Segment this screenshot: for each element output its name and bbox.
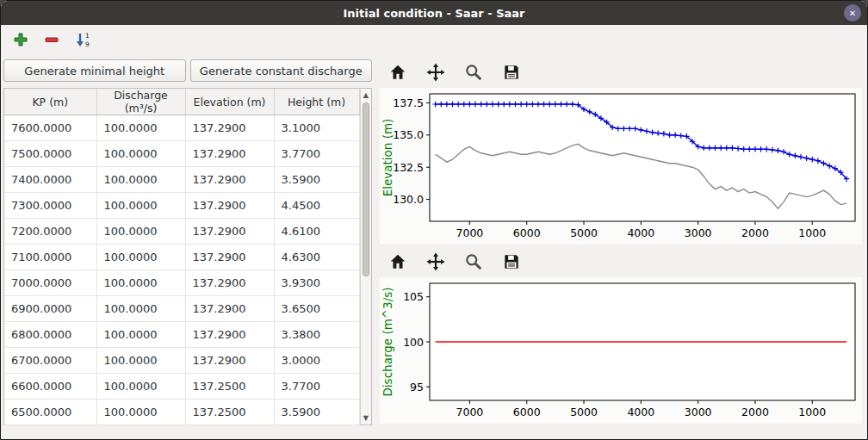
- home-button[interactable]: [385, 250, 411, 274]
- generate-constant-discharge-button[interactable]: Generate constant discharge: [190, 59, 373, 82]
- table-cell[interactable]: 6700.0000: [4, 348, 96, 374]
- table-cell[interactable]: 100.0000: [96, 141, 185, 167]
- svg-text:137.5: 137.5: [393, 96, 424, 109]
- table-cell[interactable]: 3.9300: [274, 270, 359, 296]
- save-button[interactable]: [499, 250, 524, 274]
- column-header[interactable]: Elevation (m): [185, 89, 274, 115]
- add-row-icon: [12, 31, 29, 48]
- scrollbar-track[interactable]: [361, 102, 372, 412]
- home-button[interactable]: [385, 60, 411, 84]
- table-cell[interactable]: 137.2900: [185, 193, 274, 219]
- table-cell[interactable]: 100.0000: [96, 193, 185, 219]
- svg-text:1000: 1000: [798, 406, 826, 418]
- generate-buttons-row: Generate minimal height Generate constan…: [3, 59, 372, 82]
- table-cell[interactable]: 137.2900: [185, 296, 274, 322]
- table-cell[interactable]: 7200.0000: [4, 219, 96, 245]
- table-cell[interactable]: 137.2900: [185, 348, 274, 374]
- svg-text:5000: 5000: [570, 406, 598, 418]
- svg-text:4000: 4000: [627, 226, 654, 239]
- table-row: 7200.0000100.0000137.29004.6100: [4, 219, 359, 245]
- table-cell[interactable]: 100.0000: [96, 322, 185, 348]
- column-header[interactable]: Height (m): [274, 89, 359, 115]
- close-button[interactable]: ✕: [844, 4, 861, 22]
- table-scrollbar[interactable]: ▲ ▼: [360, 89, 372, 425]
- column-header[interactable]: KP (m): [4, 89, 96, 115]
- table-cell[interactable]: 137.2500: [185, 374, 274, 400]
- home-icon: [388, 63, 407, 82]
- table-cell[interactable]: 100.0000: [96, 400, 185, 425]
- table-cell[interactable]: 100.0000: [96, 219, 185, 245]
- svg-text:132.5: 132.5: [393, 161, 424, 174]
- svg-text:Discharge (m^3/s): Discharge (m^3/s): [381, 287, 394, 396]
- add-row-button[interactable]: [9, 28, 33, 51]
- table-cell[interactable]: 100.0000: [96, 167, 185, 193]
- svg-text:4000: 4000: [627, 406, 654, 418]
- remove-row-button[interactable]: [40, 28, 64, 51]
- table-cell[interactable]: 7400.0000: [4, 167, 96, 193]
- pan-button[interactable]: [423, 60, 449, 84]
- titlebar[interactable]: Initial condition - Saar - Saar ✕: [1, 1, 867, 25]
- zoom-button[interactable]: [461, 250, 487, 274]
- table-cell[interactable]: 7000.0000: [4, 270, 96, 296]
- table-cell[interactable]: 137.2900: [185, 141, 274, 167]
- table-cell[interactable]: 137.2900: [185, 245, 274, 270]
- svg-text:2000: 2000: [741, 226, 769, 239]
- table-cell[interactable]: 7500.0000: [4, 141, 96, 167]
- table-cell[interactable]: 100.0000: [96, 374, 185, 400]
- table-cell[interactable]: 3.0000: [274, 348, 359, 374]
- table-cell[interactable]: 7100.0000: [4, 245, 96, 270]
- table-cell[interactable]: 7300.0000: [4, 193, 96, 219]
- column-header[interactable]: Discharge (m³/s): [96, 89, 185, 115]
- svg-text:3000: 3000: [685, 406, 712, 418]
- table-cell[interactable]: 6500.0000: [4, 400, 96, 425]
- discharge-plot[interactable]: 700060005000400030002000100010510095Disc…: [380, 277, 862, 424]
- table-cell[interactable]: 3.1000: [274, 115, 359, 141]
- table-row: 6600.0000100.0000137.25003.7700: [4, 374, 359, 400]
- table-cell[interactable]: 137.2900: [185, 167, 274, 193]
- svg-text:1: 1: [85, 32, 90, 40]
- scroll-down-button[interactable]: ▼: [361, 412, 372, 425]
- table-row: 7600.0000100.0000137.29003.1000: [4, 115, 359, 141]
- remove-row-icon: [43, 31, 60, 48]
- table-cell[interactable]: 3.5900: [274, 167, 359, 193]
- table-cell[interactable]: 3.7700: [274, 374, 359, 400]
- svg-text:95: 95: [410, 381, 424, 394]
- save-button[interactable]: [499, 60, 524, 84]
- table-cell[interactable]: 7600.0000: [4, 115, 96, 141]
- table-cell[interactable]: 3.3800: [274, 322, 359, 348]
- table-cell[interactable]: 100.0000: [96, 245, 185, 270]
- table-cell[interactable]: 137.2900: [185, 322, 274, 348]
- table-cell[interactable]: 6600.0000: [4, 374, 96, 400]
- table-cell[interactable]: 4.4500: [274, 193, 359, 219]
- table-cell[interactable]: 137.2500: [185, 400, 274, 425]
- table-cell[interactable]: 6900.0000: [4, 296, 96, 322]
- table-cell[interactable]: 100.0000: [96, 270, 185, 296]
- table-cell[interactable]: 137.2900: [185, 115, 274, 141]
- save-icon: [502, 252, 521, 271]
- table-cell[interactable]: 137.2900: [185, 270, 274, 296]
- table-cell[interactable]: 4.6300: [274, 245, 359, 270]
- table-row: 7400.0000100.0000137.29003.5900: [4, 167, 359, 193]
- sort-button[interactable]: 1 9: [71, 28, 95, 51]
- close-icon: ✕: [849, 9, 856, 18]
- scrollbar-thumb[interactable]: [363, 102, 370, 276]
- generate-minimal-height-button[interactable]: Generate minimal height: [3, 59, 186, 82]
- table-cell[interactable]: 3.5900: [274, 400, 359, 425]
- elevation-plot[interactable]: 7000600050004000300020001000137.5135.013…: [380, 88, 862, 245]
- svg-text:100: 100: [403, 336, 424, 349]
- table-cell[interactable]: 100.0000: [96, 296, 185, 322]
- table-cell[interactable]: 6800.0000: [4, 322, 96, 348]
- main-toolbar: 1 9: [1, 25, 867, 54]
- table-cell[interactable]: 4.6100: [274, 219, 359, 245]
- table-cell[interactable]: 3.7700: [274, 141, 359, 167]
- sort-rows-icon: 1 9: [74, 31, 91, 48]
- table-cell[interactable]: 100.0000: [96, 115, 185, 141]
- svg-text:2000: 2000: [741, 406, 769, 418]
- zoom-button[interactable]: [461, 60, 487, 84]
- svg-text:3000: 3000: [685, 226, 712, 239]
- table-cell[interactable]: 137.2900: [185, 219, 274, 245]
- table-cell[interactable]: 3.6500: [274, 296, 359, 322]
- scroll-up-button[interactable]: ▲: [361, 89, 372, 102]
- table-cell[interactable]: 100.0000: [96, 348, 185, 374]
- pan-button[interactable]: [423, 250, 449, 274]
